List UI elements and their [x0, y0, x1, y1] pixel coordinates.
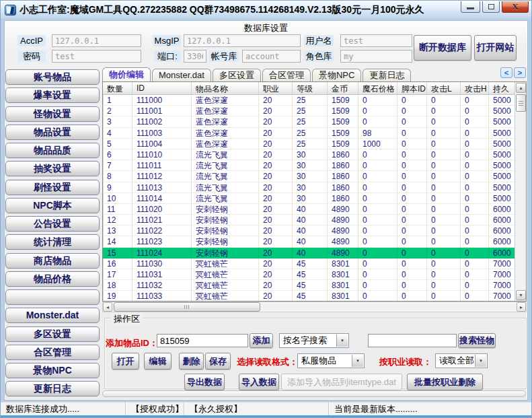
table-row[interactable]: 2111001蓝色深邃2025150900005000	[103, 106, 515, 116]
sidebar-item-6[interactable]: 抽奖设置	[5, 161, 100, 176]
disconnect-db-button[interactable]: 断开数据库	[414, 35, 471, 61]
scroll-right-button[interactable]: ►	[517, 302, 526, 312]
open-website-button[interactable]: 打开网站	[474, 35, 517, 61]
edit-button[interactable]: 编辑	[144, 353, 172, 370]
tab-2[interactable]: Monster.dat	[152, 69, 211, 81]
username-field[interactable]	[340, 34, 412, 47]
read-format-select[interactable]: 私服物品 ▼	[297, 353, 365, 368]
dropdown-arrow-icon[interactable]: ▼	[352, 355, 363, 367]
table-row[interactable]: 17111031冥虹镜芒2045830100007000	[103, 269, 515, 280]
sidebar-item-16[interactable]: 合区管理	[5, 345, 100, 360]
sidebar-item-3[interactable]: 怪物设置	[5, 106, 100, 122]
scroll-left-button[interactable]: ◄	[103, 302, 112, 312]
save-button[interactable]: 保存	[205, 353, 231, 370]
import-data-button[interactable]: 导入数据	[239, 374, 279, 390]
dropdown-arrow-icon[interactable]: ▼	[336, 335, 348, 347]
table-row[interactable]: 11111020安刺轻钢2040489000006000	[103, 204, 515, 215]
table-row[interactable]: 12111021安刺轻钢2040489000006000	[103, 215, 515, 225]
search-mode-select[interactable]: 按名字搜索 ▼	[279, 333, 349, 348]
column-header-10[interactable]: 攻击H	[461, 82, 489, 94]
account-db-field[interactable]	[242, 50, 301, 63]
table-row[interactable]: 5111004蓝色深邃2025150910000005000	[103, 139, 515, 149]
table-row[interactable]: 10111014流光飞翼2030186000005000	[103, 193, 515, 204]
table-row[interactable]: 6111010流光飞翼2030186000005000	[103, 149, 515, 160]
sidebar-item-11[interactable]: 商店物品	[5, 253, 100, 269]
add-item-id-input[interactable]	[157, 334, 248, 347]
minimize-button[interactable]	[461, 1, 480, 13]
table-row[interactable]: 7111011流光飞翼2030186000005000	[103, 160, 515, 171]
table-cell: 6	[103, 149, 132, 160]
sidebar-item-5[interactable]: 物品品质	[5, 143, 100, 158]
open-button[interactable]: 打开	[112, 353, 139, 370]
close-button[interactable]: X	[502, 1, 529, 13]
tab-scroll-right-button[interactable]: >	[514, 67, 526, 78]
horizontal-scrollbar[interactable]: ◄ ►	[102, 302, 527, 312]
tab-4[interactable]: 合区管理	[262, 69, 311, 81]
delete-button[interactable]: 删除	[179, 353, 204, 370]
column-header-8[interactable]: 脚本ID	[397, 82, 427, 94]
column-header-5[interactable]: 等级	[293, 82, 328, 94]
dropdown-arrow-icon[interactable]: ▼	[475, 355, 486, 367]
msgip-field[interactable]	[184, 34, 301, 47]
tab-scroll-left-button[interactable]: <	[500, 67, 512, 78]
table-row[interactable]: 1111000蓝色深邃2025150900005000	[103, 95, 515, 106]
tab-6[interactable]: 更新日志	[363, 69, 411, 81]
table-row[interactable]: 16111030冥虹镜芒2045830100007000	[103, 258, 515, 269]
table-cell: 0	[427, 280, 461, 291]
table-row[interactable]: 4111003蓝色深邃20251509980005000	[103, 128, 515, 139]
table-cell: 5000	[489, 160, 515, 171]
maximize-button[interactable]	[482, 1, 500, 13]
table-row[interactable]: 13111022安刺轻钢2040489000006000	[103, 225, 515, 236]
tab-5[interactable]: 景物NPC	[312, 69, 361, 81]
table-row[interactable]: 8111012流光飞翼2030186000005000	[103, 171, 515, 182]
sidebar-item-10[interactable]: 统计清理	[5, 234, 100, 250]
sidebar-item-1[interactable]: 账号物品	[5, 69, 100, 85]
read-by-class-select[interactable]: 读取全部 ▼	[435, 353, 488, 368]
sidebar-item-17[interactable]: 景物NPC	[5, 363, 100, 378]
vertical-scroll-thumb[interactable]	[516, 94, 526, 112]
table-cell: 7000	[489, 258, 515, 269]
sidebar-item-8[interactable]: NPC脚本	[5, 198, 100, 213]
table-row[interactable]: 14111023安刺轻钢2040489000006000	[103, 236, 515, 247]
scroll-up-button[interactable]: ▲	[516, 83, 526, 93]
tab-1[interactable]: 物价编辑	[102, 67, 151, 81]
sidebar-item-18[interactable]: 更新日志	[5, 381, 100, 396]
column-header-11[interactable]: 持久	[489, 82, 516, 94]
column-header-3[interactable]: 物品名称	[192, 82, 259, 94]
table-row[interactable]: 15111024安刺轻钢2040489000006000	[103, 248, 515, 258]
column-header-2[interactable]: ID	[132, 82, 192, 94]
sidebar-item-7[interactable]: 刷怪设置	[5, 180, 100, 195]
column-header-1[interactable]: 数量	[103, 82, 132, 94]
search-monster-button[interactable]: 搜索怪物	[458, 333, 496, 348]
column-header-6[interactable]: 金币	[328, 82, 358, 94]
sidebar-item-13[interactable]	[5, 289, 100, 305]
table-cell: 30	[293, 160, 328, 171]
column-header-7[interactable]: 魔石价格	[358, 82, 397, 94]
role-db-field[interactable]	[340, 50, 412, 63]
table-row[interactable]: 3111002蓝色深邃2025150900005000	[103, 116, 515, 127]
arrow-left-icon: ◄	[106, 305, 110, 310]
horizontal-scroll-thumb[interactable]	[114, 302, 260, 312]
add-button[interactable]: 添加	[250, 333, 273, 348]
sidebar-item-9[interactable]: 公告设置	[5, 216, 100, 232]
tab-3[interactable]: 多区设置	[213, 69, 261, 81]
column-header-4[interactable]: 职业	[259, 82, 293, 94]
sidebar-item-15[interactable]: 多区设置	[5, 326, 100, 342]
table-row[interactable]: 19111033冥虹镜芒2045830100007000	[103, 291, 515, 301]
port-field[interactable]	[184, 50, 206, 63]
sidebar-item-14[interactable]: Monster.dat	[5, 308, 100, 323]
table-cell: 40	[293, 215, 328, 225]
table-row[interactable]: 18111032冥虹镜芒2045830100007000	[103, 280, 515, 291]
table-cell: 30	[293, 171, 328, 182]
vertical-scrollbar[interactable]: ▲ ▼	[515, 82, 526, 301]
sidebar-item-4[interactable]: 物品设置	[5, 125, 100, 140]
batch-delete-by-class-button[interactable]: 批量按职业删除	[407, 374, 483, 390]
table-cell: 14	[103, 236, 132, 247]
export-data-button[interactable]: 导出数据	[184, 374, 225, 390]
sidebar-item-2[interactable]: 爆率设置	[5, 88, 100, 103]
scroll-down-button[interactable]: ▼	[516, 290, 526, 300]
sidebar-item-12[interactable]: 物品价格	[5, 271, 100, 287]
monster-search-input[interactable]	[368, 334, 457, 347]
table-row[interactable]: 9111013流光飞翼2030186000005000	[103, 182, 515, 193]
column-header-9[interactable]: 攻击L	[427, 82, 461, 94]
